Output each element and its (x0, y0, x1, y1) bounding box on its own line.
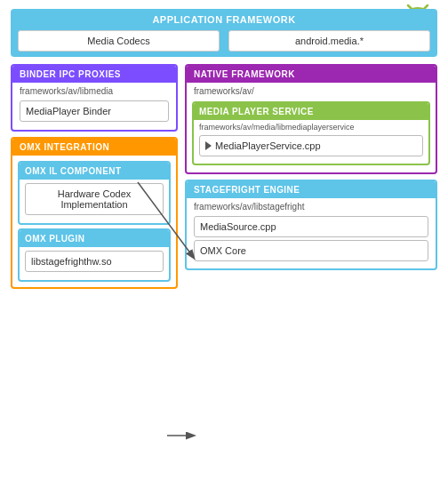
native-framework-path: frameworks/av/ (187, 83, 436, 98)
native-framework-section: NATIVE FRAMEWORK frameworks/av/ MEDIA PL… (185, 64, 437, 174)
left-column: BINDER IPC PROXIES frameworks/av/libmedi… (11, 64, 178, 289)
diagram: APPLICATION FRAMEWORK Media Codecs andro… (0, 0, 448, 480)
native-framework-title: NATIVE FRAMEWORK (187, 66, 436, 83)
media-source-item: MediaSource.cpp (194, 216, 428, 237)
android-media-item: android.media.* (228, 30, 430, 52)
omx-il-section: OMX IL COMPONENT Hardware Codex Implemen… (18, 161, 171, 225)
mps-path: frameworks/av/media/libmediaplayerservic… (194, 120, 428, 132)
libstagefrighthw-item: libstagefrighthw.so (25, 251, 164, 272)
mps-title: MEDIA PLAYER SERVICE (194, 103, 428, 120)
app-framework-section: APPLICATION FRAMEWORK Media Codecs andro… (11, 9, 437, 57)
app-framework-title: APPLICATION FRAMEWORK (18, 14, 430, 25)
omx-integration-title: OMX INTEGRATION (12, 139, 176, 156)
omx-il-title: OMX IL COMPONENT (20, 163, 169, 180)
arrow-icon (205, 141, 212, 150)
main-row: BINDER IPC PROXIES frameworks/av/libmedi… (11, 64, 437, 289)
binder-ipc-path: frameworks/av/libmedia (12, 83, 176, 98)
stagefright-section: STAGEFRIGHT ENGINE frameworks/av/libstag… (185, 180, 437, 270)
omx-core-item: OMX Core (194, 240, 428, 261)
binder-ipc-title: BINDER IPC PROXIES (12, 66, 176, 83)
stagefright-title: STAGEFRIGHT ENGINE (187, 181, 436, 198)
omx-plugin-title: OMX PLUGIN (20, 230, 169, 247)
stagefright-path: frameworks/av/libstagefright (187, 198, 436, 213)
mps-item-label: MediaPlayerService.cpp (215, 140, 321, 151)
media-player-binder-item: MediaPlayer Binder (20, 100, 169, 122)
right-column: NATIVE FRAMEWORK frameworks/av/ MEDIA PL… (185, 64, 437, 289)
omx-plugin-section: OMX PLUGIN libstagefrighthw.so (18, 228, 171, 282)
media-codecs-item: Media Codecs (18, 30, 220, 52)
binder-ipc-section: BINDER IPC PROXIES frameworks/av/libmedi… (11, 64, 178, 132)
mps-section: MEDIA PLAYER SERVICE frameworks/av/media… (192, 101, 430, 165)
app-framework-items: Media Codecs android.media.* (18, 30, 430, 52)
omx-integration-section: OMX INTEGRATION OMX IL COMPONENT Hardwar… (11, 137, 178, 289)
hardware-codex-item: Hardware Codex Implementation (25, 183, 164, 215)
media-player-service-item: MediaPlayerService.cpp (199, 135, 423, 156)
